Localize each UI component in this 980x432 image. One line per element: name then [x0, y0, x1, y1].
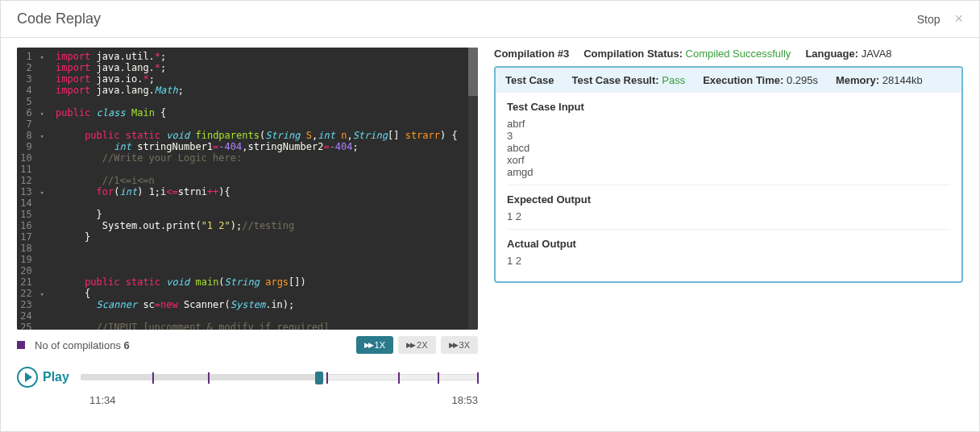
- compilation-language: Language: JAVA8: [805, 48, 891, 60]
- code-line: [56, 118, 473, 130]
- code-line: import java.lang.*;: [56, 62, 473, 73]
- end-time: 18:53: [451, 394, 478, 406]
- expected-title: Expected Output: [507, 193, 950, 206]
- code-line: Scanner sc=new Scanner(System.in);: [56, 299, 473, 310]
- line-number: 18: [20, 243, 44, 254]
- code-line: import java.lang.Math;: [56, 85, 473, 96]
- code-line: [56, 96, 473, 107]
- line-number: 17: [20, 231, 44, 243]
- line-number: 16: [20, 220, 44, 231]
- stop-button[interactable]: Stop: [917, 13, 941, 26]
- timeline-handle[interactable]: [315, 372, 323, 384]
- compilation-meta: Compilation #3 Compilation Status: Compi…: [494, 48, 963, 60]
- speed-1x-button[interactable]: ▶▶ 1X: [356, 336, 393, 354]
- code-line: [56, 310, 473, 322]
- play-icon: [17, 367, 38, 388]
- line-number: 21: [20, 276, 44, 288]
- compilation-status: Compilation Status: Compiled Successfull…: [583, 48, 791, 60]
- line-number: 13 ▾: [20, 186, 44, 197]
- compilation-count-label: No of compilations 6: [35, 339, 130, 351]
- scrollbar-thumb[interactable]: [468, 48, 478, 96]
- actual-value: 1 2: [507, 255, 950, 273]
- timeline-tick[interactable]: [208, 372, 210, 384]
- timeline-tick[interactable]: [152, 372, 154, 384]
- modal-header: Code Replay Stop ×: [1, 1, 979, 38]
- code-line: }: [56, 231, 473, 243]
- code-line: System.out.print("1 2");//testing: [56, 220, 473, 231]
- speed-buttons: ▶▶ 1X▶▶ 2X▶▶ 3X: [356, 336, 478, 354]
- code-line: [56, 164, 473, 175]
- line-number: 12: [20, 175, 44, 186]
- code-line: }: [56, 209, 473, 220]
- line-number: 24: [20, 310, 44, 322]
- code-line: [56, 197, 473, 209]
- testcase-panel: Test Case Test Case Result: Pass Executi…: [494, 66, 963, 283]
- line-number: 7: [20, 118, 44, 130]
- line-number: 3: [20, 73, 44, 85]
- timeline-tick[interactable]: [326, 372, 328, 384]
- line-number: 25: [20, 322, 44, 330]
- line-number: 6 ▾: [20, 107, 44, 118]
- code-line: for(int) 1;i<=strni++){: [56, 186, 473, 197]
- play-label: Play: [43, 370, 69, 384]
- code-line: //INPUT [uncomment & modify if required]: [56, 322, 473, 330]
- input-value: abrf 3 abcd xorf amgd: [507, 118, 950, 185]
- testcase-header: Test Case Test Case Result: Pass Executi…: [496, 68, 961, 93]
- close-icon[interactable]: ×: [954, 10, 963, 27]
- code-line: import java.io.*;: [56, 73, 473, 85]
- editor-scrollbar[interactable]: [468, 48, 478, 330]
- line-number: 11: [20, 164, 44, 175]
- code-line: public class Main {: [56, 107, 473, 118]
- start-time: 11:34: [89, 394, 116, 406]
- line-number: 2: [20, 62, 44, 73]
- timeline-tick[interactable]: [398, 372, 400, 384]
- code-line: public static void main(String args[]): [56, 276, 473, 288]
- timeline-tick[interactable]: [438, 372, 439, 384]
- timeline-slider[interactable]: [81, 374, 478, 380]
- speed-2x-button[interactable]: ▶▶ 2X: [398, 336, 435, 354]
- fast-forward-icon: ▶▶: [406, 341, 414, 349]
- line-number: 1 ▾: [20, 51, 44, 62]
- line-number: 9: [20, 141, 44, 152]
- fast-forward-icon: ▶▶: [364, 341, 372, 349]
- speed-3x-button[interactable]: ▶▶ 3X: [441, 336, 478, 354]
- line-number: 23: [20, 299, 44, 310]
- line-number: 19: [20, 254, 44, 265]
- code-line: [56, 243, 473, 254]
- code-line: //1<=i<=n: [56, 175, 473, 186]
- timeline-tick[interactable]: [477, 372, 479, 384]
- line-number: 10: [20, 152, 44, 164]
- testcase-result: Test Case Result: Pass: [571, 74, 685, 86]
- code-line: int stringNumber1=-404,stringNumber2=-40…: [56, 141, 473, 152]
- line-number: 20: [20, 265, 44, 276]
- fast-forward-icon: ▶▶: [449, 341, 457, 349]
- code-line: [56, 254, 473, 265]
- line-number: 8 ▾: [20, 130, 44, 141]
- play-button[interactable]: Play: [17, 367, 69, 388]
- modal-title: Code Replay: [17, 10, 101, 27]
- line-number: 22 ▾: [20, 288, 44, 299]
- expected-value: 1 2: [507, 210, 950, 230]
- execution-time: Execution Time: 0.295s: [703, 74, 818, 86]
- actual-title: Actual Output: [507, 238, 950, 250]
- line-number: 4: [20, 85, 44, 96]
- compilation-number: Compilation #3: [494, 48, 569, 60]
- code-line: import java.util.*;: [56, 51, 473, 62]
- code-replay-modal: Code Replay Stop × 1 ▾2 3 4 5 6 ▾7 8 ▾9 …: [0, 0, 980, 432]
- code-line: public static void findparents(String S,…: [56, 130, 473, 141]
- code-line: //Write your Logic here:: [56, 152, 473, 164]
- line-number: 14: [20, 197, 44, 209]
- compilation-marker-icon: [17, 341, 25, 349]
- code-line: {: [56, 288, 473, 299]
- line-number: 5: [20, 96, 44, 107]
- line-number: 15: [20, 209, 44, 220]
- input-title: Test Case Input: [507, 101, 950, 113]
- editor-code: import java.util.*;import java.lang.*;im…: [51, 48, 478, 330]
- memory-usage: Memory: 28144kb: [836, 74, 923, 86]
- editor-gutter: 1 ▾2 3 4 5 6 ▾7 8 ▾9 10 11 12 13 ▾14 15 …: [17, 48, 51, 330]
- code-line: [56, 265, 473, 276]
- code-editor[interactable]: 1 ▾2 3 4 5 6 ▾7 8 ▾9 10 11 12 13 ▾14 15 …: [17, 48, 478, 330]
- testcase-tab[interactable]: Test Case: [505, 74, 554, 86]
